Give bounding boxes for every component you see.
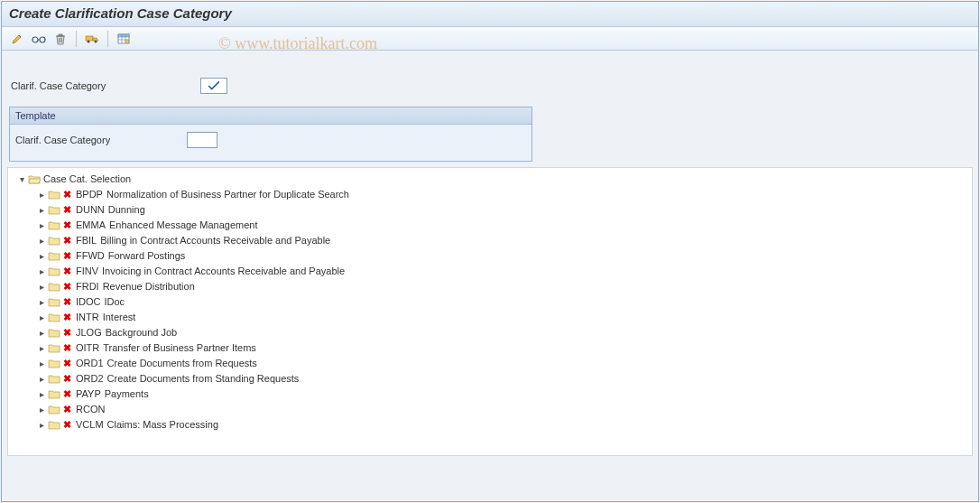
- delete-x-icon: ✖: [63, 233, 72, 248]
- toolbar: [2, 27, 978, 51]
- tree-item[interactable]: ▸✖FBILBilling in Contract Accounts Recei…: [33, 233, 972, 248]
- chevron-down-icon[interactable]: ▾: [17, 175, 26, 184]
- tree-item-code: IDOC: [76, 294, 101, 310]
- chevron-right-icon[interactable]: ▸: [37, 390, 46, 399]
- tree-item-desc: Claims: Mass Processing: [107, 417, 218, 433]
- tree-item[interactable]: ▸✖PAYPPayments: [33, 387, 972, 402]
- transport-button[interactable]: [82, 30, 102, 48]
- tree-item-code: VCLM: [76, 417, 104, 433]
- tree-item[interactable]: ▸✖DUNNDunning: [33, 202, 972, 218]
- chevron-right-icon[interactable]: ▸: [37, 313, 46, 322]
- folder-open-icon: [28, 174, 41, 184]
- tree-children: ▸✖BPDPNormalization of Business Partner …: [14, 187, 972, 433]
- chevron-right-icon[interactable]: ▸: [37, 206, 46, 215]
- delete-x-icon: ✖: [63, 371, 72, 387]
- content-area: Clarif. Case Category Template Clarif. C…: [2, 51, 978, 456]
- tree-item-desc: IDoc: [105, 294, 125, 310]
- folder-icon: [48, 405, 60, 415]
- tree-item[interactable]: ▸✖FFWDForward Postings: [33, 248, 972, 264]
- chevron-right-icon[interactable]: ▸: [37, 283, 46, 292]
- tree-item-desc: Transfer of Business Partner Items: [103, 340, 256, 356]
- tree-item-desc: Interest: [103, 310, 136, 325]
- delete-x-icon: ✖: [63, 294, 72, 310]
- tree-item[interactable]: ▸✖EMMAEnhanced Message Management: [33, 218, 972, 233]
- chevron-right-icon[interactable]: ▸: [37, 221, 46, 230]
- tree-item[interactable]: ▸✖INTRInterest: [33, 310, 972, 325]
- delete-button[interactable]: [51, 30, 70, 48]
- tree-item[interactable]: ▸✖RCON: [33, 402, 972, 417]
- tree-area[interactable]: ▾ Case Cat. Selection ▸✖BPDPNormalizatio…: [7, 167, 973, 456]
- overview-button[interactable]: [114, 30, 134, 48]
- folder-icon: [48, 205, 60, 215]
- folder-icon: [48, 359, 60, 368]
- tree-item-code: DUNN: [76, 202, 105, 218]
- chevron-right-icon[interactable]: ▸: [37, 298, 46, 307]
- chevron-right-icon[interactable]: ▸: [37, 421, 46, 430]
- svg-point-4: [95, 40, 97, 42]
- tree-item-desc: Billing in Contract Accounts Receivable …: [100, 233, 330, 248]
- tree-item-desc: Forward Postings: [108, 248, 186, 264]
- tree-item[interactable]: ▸✖FRDIRevenue Distribution: [33, 279, 972, 294]
- delete-x-icon: ✖: [63, 325, 72, 340]
- tree-root-node[interactable]: ▾ Case Cat. Selection: [14, 172, 972, 187]
- tree-item[interactable]: ▸✖OITRTransfer of Business Partner Items: [33, 340, 972, 356]
- template-panel: Template Clarif. Case Category: [9, 107, 532, 162]
- tree-item-code: RCON: [76, 402, 105, 417]
- tree-item-code: OITR: [76, 340, 99, 356]
- category-input[interactable]: [200, 78, 227, 94]
- tree-item-desc: Create Documents from Requests: [107, 356, 257, 371]
- tree-item[interactable]: ▸✖VCLMClaims: Mass Processing: [33, 417, 972, 433]
- check-icon: [208, 79, 220, 92]
- tree-item-code: FBIL: [76, 233, 97, 248]
- svg-rect-2: [86, 36, 93, 41]
- tree-item-code: BPDP: [76, 187, 103, 202]
- chevron-right-icon[interactable]: ▸: [37, 344, 46, 353]
- tree-item-desc: Enhanced Message Management: [109, 218, 258, 233]
- template-field-label: Clarif. Case Category: [15, 135, 178, 145]
- delete-x-icon: ✖: [63, 356, 72, 371]
- display-button[interactable]: [29, 30, 49, 48]
- chevron-right-icon[interactable]: ▸: [37, 405, 46, 415]
- edit-button[interactable]: [7, 30, 27, 48]
- table-icon: [117, 33, 130, 44]
- tree-item-desc: Payments: [105, 387, 149, 402]
- pencil-icon: [11, 33, 23, 45]
- chevron-right-icon[interactable]: ▸: [37, 359, 46, 368]
- folder-icon: [48, 220, 60, 230]
- tree-item-code: ORD1: [76, 356, 104, 371]
- delete-x-icon: ✖: [63, 340, 72, 356]
- delete-x-icon: ✖: [63, 187, 72, 202]
- tree-item-desc: Normalization of Business Partner for Du…: [106, 187, 349, 202]
- chevron-right-icon[interactable]: ▸: [37, 191, 46, 200]
- tree-root-label: Case Cat. Selection: [43, 172, 131, 187]
- folder-icon: [48, 297, 60, 307]
- tree-item[interactable]: ▸✖ORD2Create Documents from Standing Req…: [33, 371, 972, 387]
- chevron-right-icon[interactable]: ▸: [37, 375, 46, 384]
- template-category-input[interactable]: [187, 132, 217, 148]
- tree-item[interactable]: ▸✖IDOCIDoc: [33, 294, 972, 310]
- chevron-right-icon[interactable]: ▸: [37, 329, 46, 338]
- app-window: Create Clarification Case Category © www…: [1, 1, 979, 502]
- delete-x-icon: ✖: [63, 310, 72, 325]
- tree-item[interactable]: ▸✖JLOGBackground Job: [33, 325, 972, 340]
- folder-icon: [48, 251, 60, 261]
- tree-root: ▾ Case Cat. Selection ▸✖BPDPNormalizatio…: [8, 172, 972, 433]
- chevron-right-icon[interactable]: ▸: [37, 267, 46, 276]
- folder-icon: [48, 374, 60, 384]
- chevron-right-icon[interactable]: ▸: [37, 237, 46, 246]
- delete-x-icon: ✖: [63, 202, 72, 218]
- truck-icon: [85, 33, 99, 44]
- tree-item[interactable]: ▸✖FINVInvoicing in Contract Accounts Rec…: [33, 264, 972, 279]
- delete-x-icon: ✖: [63, 264, 72, 279]
- toolbar-separator: [76, 31, 77, 47]
- folder-icon: [48, 282, 60, 292]
- folder-icon: [48, 190, 60, 200]
- tree-item[interactable]: ▸✖BPDPNormalization of Business Partner …: [33, 187, 972, 202]
- tree-item-code: FINV: [76, 264, 98, 279]
- panel-body: Clarif. Case Category: [10, 125, 532, 161]
- delete-x-icon: ✖: [63, 248, 72, 264]
- chevron-right-icon[interactable]: ▸: [37, 252, 46, 261]
- tree-item[interactable]: ▸✖ORD1Create Documents from Requests: [33, 356, 972, 371]
- panel-header: Template: [10, 107, 532, 125]
- folder-icon: [48, 328, 60, 338]
